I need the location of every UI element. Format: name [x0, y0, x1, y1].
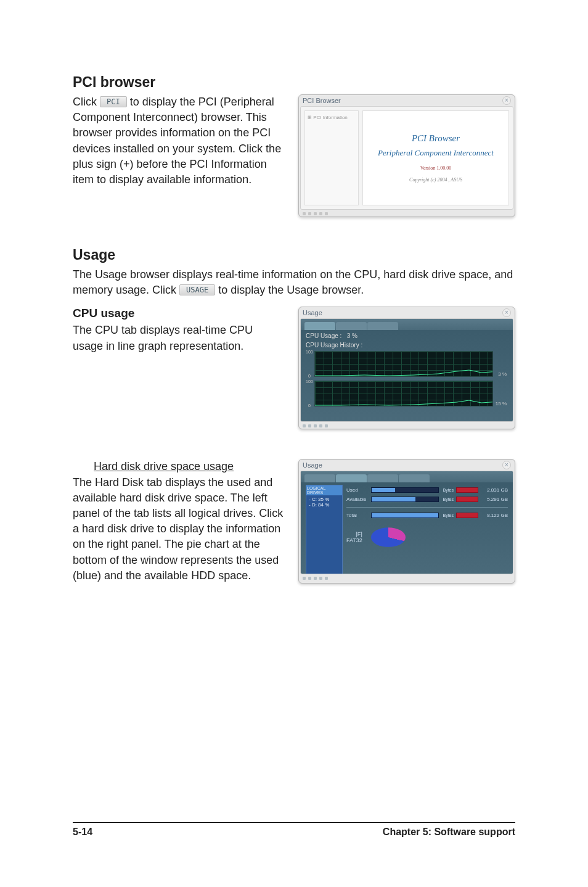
hdd-drive-d: - D: 84 %: [309, 502, 340, 508]
cpu-sub-title: CPU usage: [73, 307, 286, 320]
chapter-title: Chapter 5: Software support: [383, 827, 515, 838]
hdd-block: Hard disk drive space usage The Hard Dis…: [73, 459, 286, 584]
cpu-tab: [304, 322, 335, 330]
cpu-graph-2: [314, 381, 493, 406]
cpu-graph-1-pct: 3 %: [498, 371, 507, 377]
resize-grip-icon: [300, 574, 513, 580]
pci-tree-root: PCI Information: [313, 115, 348, 120]
hdd-legend: [F] FAT32: [346, 531, 362, 543]
pci-body-pre: Click: [73, 96, 100, 108]
memory-tab: [367, 322, 398, 330]
usage-tabs: [301, 471, 513, 482]
y-axis-100: 100: [306, 350, 313, 354]
cpu-body-text: The CPU tab displays real-time CPU usage…: [73, 323, 286, 353]
pci-content-subtitle: Peripheral Component Interconnect: [378, 149, 494, 157]
y-axis-0: 0: [308, 374, 311, 378]
hdd-row-total: Total Bytes 8.122 GB: [346, 513, 508, 518]
close-icon: ×: [502, 96, 511, 105]
hdd-sub-title: Hard disk drive space usage: [94, 460, 234, 472]
hdd-drive-c: - C: 35 %: [309, 497, 340, 502]
extra-tab: [399, 474, 430, 482]
usage-intro-post: to display the Usage browser.: [215, 284, 364, 296]
hdd-pie-chart: [371, 528, 406, 548]
hdd-window-title: Usage: [303, 461, 322, 469]
pci-body-text: Click PCI to display the PCI (Peripheral…: [73, 94, 286, 217]
pci-body-post: to display the PCI (Peripheral Component…: [73, 96, 281, 186]
hdd-row-label: Available: [346, 497, 367, 502]
pci-screenshot: PCI Browser × ⊞ PCI Information PCI Brow…: [298, 94, 515, 217]
usage-tabs: [301, 319, 513, 330]
hdd-legend-free: [F]: [346, 531, 362, 537]
resize-grip-icon: [300, 210, 513, 215]
pci-section-title: PCI browser: [73, 74, 515, 91]
cpu-usage-value: 3 %: [347, 332, 357, 339]
y-axis-100: 100: [306, 379, 313, 384]
hdd-row-avail: Available Bytes 5.291 GB: [346, 497, 508, 502]
hdd-body-text: The Hard Disk tab displays the used and …: [73, 476, 283, 582]
close-icon: ×: [502, 461, 511, 469]
hdd-row-label: Total: [346, 513, 367, 518]
close-icon: ×: [502, 308, 511, 317]
y-axis-0: 0: [308, 403, 311, 408]
cpu-graph-1: [314, 351, 493, 377]
cpu-usage-label: CPU Usage : 3 %: [306, 332, 508, 339]
pci-window-title: PCI Browser: [303, 97, 341, 104]
pci-inline-button: PCI: [100, 96, 127, 107]
usage-inline-button: USAGE: [179, 284, 215, 295]
cpu-graph-2-pct: 15 %: [496, 401, 507, 406]
hdd-legend-fat: FAT32: [346, 537, 362, 543]
hard-disk-tab: [336, 322, 367, 330]
page-footer: 5-14 Chapter 5: Software support: [73, 822, 515, 838]
cpu-window-title: Usage: [303, 309, 322, 316]
hard-disk-tab: [336, 474, 367, 482]
pci-version: Version 1.00.00: [420, 165, 451, 171]
cpu-history-label: CPU Usage History :: [306, 342, 508, 349]
pci-content-title: PCI Browser: [412, 133, 460, 144]
cpu-tab: [304, 474, 335, 482]
usage-intro: The Usage browser displays real-time inf…: [73, 267, 515, 298]
cpu-usage-screenshot: Usage × CPU Usage : 3 % CPU Usage Histor…: [298, 307, 515, 429]
hdd-row-label: Used: [346, 487, 367, 493]
resize-grip-icon: [300, 422, 513, 427]
pci-tree: ⊞ PCI Information: [304, 110, 359, 205]
hdd-row-value: 8.122 GB: [481, 513, 508, 518]
usage-section-title: Usage: [73, 247, 515, 263]
memory-tab: [367, 474, 398, 482]
cpu-usage-label-text: CPU Usage :: [306, 332, 341, 339]
hdd-row-used: Used Bytes 2.831 GB: [346, 487, 508, 493]
hdd-usage-screenshot: Usage × LOGICAL DRIVES - C: 35 % - D: 84…: [298, 459, 515, 584]
page-number: 5-14: [73, 827, 92, 838]
hdd-row-value: 5.291 GB: [481, 497, 508, 502]
hdd-row-value: 2.831 GB: [481, 487, 508, 493]
pci-copyright: Copyright (c) 2004 , ASUS: [409, 177, 462, 183]
hdd-drive-list: LOGICAL DRIVES - C: 35 % - D: 84 %: [306, 485, 343, 574]
hdd-sidebar-header: LOGICAL DRIVES: [306, 485, 342, 495]
